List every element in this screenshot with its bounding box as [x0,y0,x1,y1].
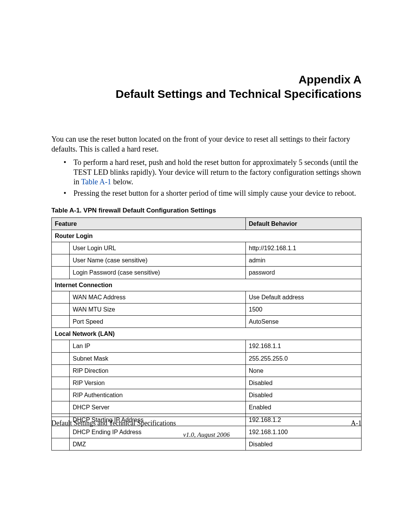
feature-cell: Lan IP [70,340,246,352]
value-cell: 1500 [245,303,361,315]
value-cell: 192.168.1.1 [245,340,361,352]
table-row: User Login URLhttp://192.168.1.1 [52,242,362,254]
table-header-row: Feature Default Behavior [52,217,362,230]
value-cell: http://192.168.1.1 [245,242,361,254]
col-header-behavior: Default Behavior [245,217,361,230]
feature-cell: WAN MAC Address [70,291,246,303]
table-section-name: Local Network (LAN) [52,328,362,340]
table-caption: Table A-1. VPN firewall Default Configur… [51,207,362,214]
indent-cell [52,316,70,328]
value-cell: Use Default address [245,291,361,303]
table-row: RIP AuthenticationDisabled [52,389,362,401]
indent-cell [52,303,70,315]
value-cell: Disabled [245,377,361,389]
feature-cell: RIP Version [70,377,246,389]
feature-cell: User Name (case sensitive) [70,254,246,267]
indent-cell [52,291,70,303]
table-ref-link[interactable]: Table A-1 [81,177,111,186]
config-table: Feature Default Behavior Router LoginUse… [51,217,362,451]
value-cell: None [245,364,361,377]
table-row: RIP VersionDisabled [52,377,362,389]
feature-cell: WAN MTU Size [70,303,246,315]
bullet-item: Pressing the reset button for a shorter … [51,189,362,198]
value-cell: Disabled [245,389,361,401]
table-row: Login Password (case sensitive)password [52,267,362,279]
table-row: RIP DirectionNone [52,364,362,377]
value-cell: Enabled [245,401,361,414]
value-cell: password [245,267,361,279]
indent-cell [52,364,70,377]
bullet-list: To perform a hard reset, push and hold t… [51,158,362,198]
table-row: WAN MAC AddressUse Default address [52,291,362,303]
bullet-text-post: below. [111,177,133,186]
feature-cell: DMZ [70,438,246,450]
value-cell: AutoSense [245,316,361,328]
table-section-name: Router Login [52,230,362,242]
table-row: DMZDisabled [52,438,362,450]
bullet-text-pre: Pressing the reset button for a shorter … [73,189,356,197]
indent-cell [52,389,70,401]
table-row: Subnet Mask255.255.255.0 [52,352,362,364]
indent-cell [52,377,70,389]
feature-cell: DHCP Server [70,401,246,414]
footer-version: v1.0, August 2006 [51,431,362,439]
table-row: WAN MTU Size1500 [52,303,362,315]
table-row: Port SpeedAutoSense [52,316,362,328]
footer-left: Default Settings and Technical Specifica… [51,419,176,427]
page: Appendix A Default Settings and Technica… [0,0,411,532]
indent-cell [52,267,70,279]
value-cell: Disabled [245,438,361,450]
table-section-row: Local Network (LAN) [52,328,362,340]
feature-cell: Port Speed [70,316,246,328]
feature-cell: Subnet Mask [70,352,246,364]
feature-cell: User Login URL [70,242,246,254]
footer-rule [51,417,362,417]
footer-right: A-1 [351,419,362,427]
table-row: DHCP ServerEnabled [52,401,362,414]
title-line-2: Default Settings and Technical Specifica… [51,87,362,101]
page-footer: Default Settings and Technical Specifica… [51,417,362,439]
indent-cell [52,242,70,254]
bullet-item: To perform a hard reset, push and hold t… [51,158,362,187]
feature-cell: Login Password (case sensitive) [70,267,246,279]
intro-paragraph: You can use the reset button located on … [51,134,362,154]
indent-cell [52,340,70,352]
table-section-name: Internet Connection [52,279,362,291]
indent-cell [52,401,70,414]
feature-cell: RIP Authentication [70,389,246,401]
indent-cell [52,352,70,364]
indent-cell [52,254,70,267]
page-title: Appendix A Default Settings and Technica… [51,72,362,101]
indent-cell [52,438,70,450]
title-line-1: Appendix A [51,72,362,87]
feature-cell: RIP Direction [70,364,246,377]
table-row: Lan IP192.168.1.1 [52,340,362,352]
table-section-row: Internet Connection [52,279,362,291]
table-section-row: Router Login [52,230,362,242]
col-header-feature: Feature [52,217,246,230]
table-row: User Name (case sensitive)admin [52,254,362,267]
value-cell: admin [245,254,361,267]
value-cell: 255.255.255.0 [245,352,361,364]
